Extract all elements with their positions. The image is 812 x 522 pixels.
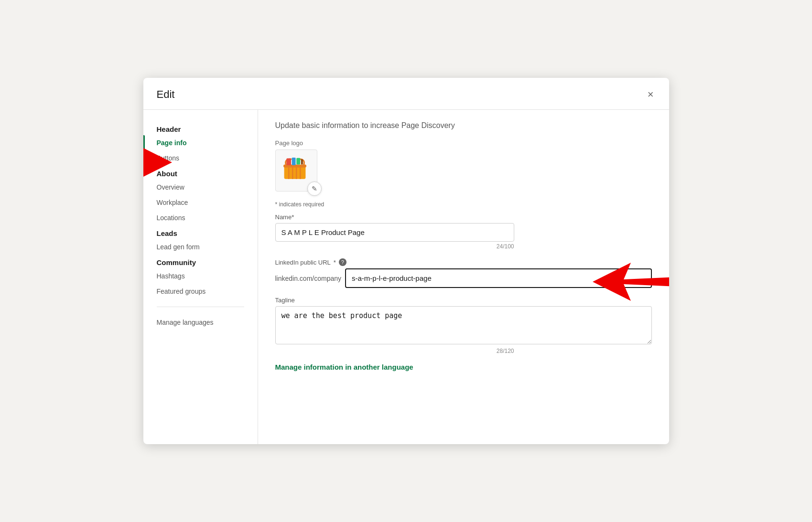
url-required-star: * (334, 259, 336, 266)
sidebar-item-featured-groups[interactable]: Featured groups (143, 284, 258, 299)
sidebar: Header Page info Buttons About Overview … (143, 110, 258, 444)
sidebar-section-leads[interactable]: Leads (143, 225, 258, 239)
url-prefix: linkedin.com/company (275, 275, 342, 282)
url-input[interactable] (345, 268, 651, 288)
url-label: LinkedIn public URL (275, 259, 331, 266)
url-input-row: linkedin.com/company (275, 268, 652, 288)
svg-rect-1 (284, 166, 305, 179)
page-logo-label: Page logo (275, 139, 652, 147)
page-logo-section: Page logo (275, 139, 652, 192)
sidebar-section-community[interactable]: Community (143, 255, 258, 268)
close-button[interactable]: × (646, 87, 656, 102)
edit-logo-button[interactable]: ✎ (307, 181, 322, 196)
content-subtitle: Update basic information to increase Pag… (275, 121, 652, 130)
sidebar-item-hashtags[interactable]: Hashtags (143, 268, 258, 284)
required-note: * indicates required (275, 201, 652, 208)
sidebar-item-overview[interactable]: Overview (143, 180, 258, 195)
sidebar-item-manage-languages[interactable]: Manage languages (143, 315, 258, 330)
sidebar-item-workplace[interactable]: Workplace (143, 195, 258, 210)
name-label: Name* (275, 213, 652, 221)
sidebar-item-buttons[interactable]: Buttons (143, 150, 258, 166)
url-field-group: LinkedIn public URL * ? linkedin.com/com… (275, 258, 652, 288)
sidebar-section-about[interactable]: About (143, 166, 258, 180)
name-input[interactable] (275, 223, 514, 242)
svg-rect-8 (292, 158, 295, 165)
logo-wrapper: ✎ (275, 149, 317, 192)
edit-modal: Edit × Header Page info Buttons About (143, 78, 669, 444)
basket-icon (280, 154, 310, 184)
tagline-input[interactable] (275, 306, 652, 344)
help-icon[interactable]: ? (339, 258, 346, 266)
modal-header: Edit × (143, 78, 669, 110)
modal-title: Edit (157, 88, 175, 101)
svg-rect-7 (286, 159, 291, 165)
svg-rect-9 (296, 158, 300, 165)
sidebar-item-locations[interactable]: Locations (143, 210, 258, 225)
tagline-field-group: Tagline 28/120 (275, 297, 652, 354)
main-content: Update basic information to increase Pag… (258, 110, 669, 444)
sidebar-item-page-info[interactable]: Page info (143, 135, 258, 150)
name-field-group: Name* 24/100 (275, 213, 652, 250)
sidebar-item-lead-gen-form[interactable]: Lead gen form (143, 239, 258, 255)
svg-rect-10 (301, 159, 303, 164)
manage-language-link[interactable]: Manage information in another language (275, 363, 413, 371)
modal-body: Header Page info Buttons About Overview … (143, 110, 669, 444)
url-label-row: LinkedIn public URL * ? (275, 258, 652, 266)
name-char-count: 24/100 (275, 243, 514, 250)
sidebar-section-header[interactable]: Header (143, 121, 258, 135)
tagline-label: Tagline (275, 297, 652, 304)
logo-image (276, 150, 314, 188)
sidebar-divider (157, 307, 244, 307)
tagline-char-count: 28/120 (275, 348, 514, 354)
